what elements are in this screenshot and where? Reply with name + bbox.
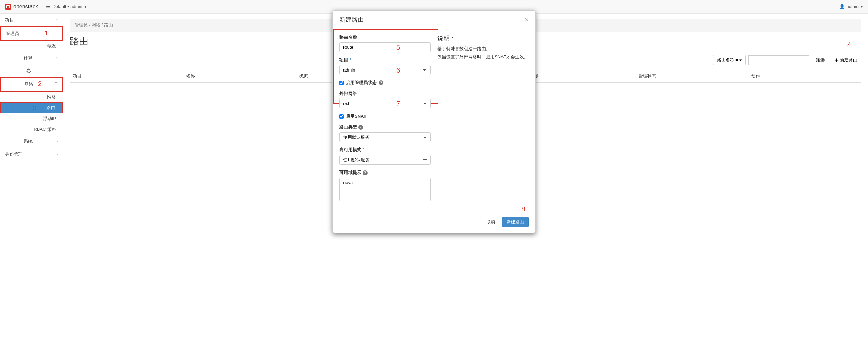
- desc-line: 仅当设置了外部网络时，启用SNAT才会生效。: [437, 54, 529, 60]
- ext-net-label: 外部网络: [339, 90, 431, 97]
- enable-admin-label: 启用管理员状态: [346, 80, 377, 86]
- breadcrumb-item: 路由: [104, 22, 113, 27]
- help-icon[interactable]: ?: [358, 125, 363, 130]
- route-type-label: 路由类型 ?: [339, 124, 431, 130]
- annotation-3: 3: [33, 104, 37, 112]
- route-name-label: 路由名称: [339, 34, 431, 40]
- chevron-right-icon: ›: [56, 152, 58, 157]
- logo[interactable]: openstack.: [5, 4, 39, 10]
- sidebar-item-volume[interactable]: 卷 ›: [0, 64, 63, 77]
- user-icon: 👤: [839, 4, 845, 9]
- table-col: 管理状态: [635, 73, 748, 79]
- sidebar-item-label: 项目: [5, 17, 14, 23]
- sidebar-item-label: 网络: [24, 81, 33, 87]
- chevron-right-icon: ›: [56, 18, 58, 22]
- sidebar-item-system[interactable]: 系统 ›: [0, 135, 63, 148]
- sidebar-item-router[interactable]: 3 路由: [0, 102, 63, 113]
- ha-label: 高可用模式 *: [339, 147, 431, 153]
- sidebar-item-identity[interactable]: 身份管理 ›: [0, 148, 63, 161]
- breadcrumb-item[interactable]: 管理员: [75, 22, 88, 27]
- sidebar-item-network-sub[interactable]: 网络: [0, 92, 63, 102]
- breadcrumb-item[interactable]: 网络: [92, 22, 100, 27]
- sidebar-item-rbac[interactable]: RBAC 策略: [0, 124, 63, 135]
- desc-line: 基于特殊参数创建一路由。: [437, 46, 529, 52]
- modal-form: 路由名称 5 项目 * admin 6 启用管理员状态 ? 外部网络 ext: [339, 34, 431, 206]
- filter-type-label: 路由名称 =: [717, 57, 738, 63]
- az-label: 可用域提示 ?: [339, 169, 431, 176]
- logo-text: openstack.: [13, 4, 39, 10]
- modal-title: 新建路由: [339, 16, 364, 24]
- enable-snat-label: 启用SNAT: [346, 113, 366, 119]
- enable-admin-checkbox[interactable]: [339, 81, 344, 85]
- project-select[interactable]: admin: [339, 65, 431, 75]
- filter-button[interactable]: 筛选: [812, 55, 828, 65]
- caret-down-icon: ▾: [84, 4, 87, 9]
- modal-header: 新建路由 ×: [333, 11, 535, 29]
- chevron-right-icon: ›: [56, 68, 58, 73]
- sidebar: 项目 › 管理员 ˅ 1 概况 计算 › 卷 › 网络 ˅ 2 网络 3 路由: [0, 14, 63, 363]
- sidebar-item-label: 卷: [26, 68, 31, 74]
- modal-description: 说明： 基于特殊参数创建一路由。 仅当设置了外部网络时，启用SNAT才会生效。: [437, 34, 529, 206]
- filter-input[interactable]: [748, 55, 809, 65]
- chevron-down-icon: ˅: [55, 31, 57, 36]
- sidebar-item-label: 浮动IP: [43, 116, 56, 122]
- sidebar-item-label: 管理员: [6, 31, 19, 37]
- sidebar-item-label: 网络: [47, 94, 56, 100]
- az-listbox[interactable]: nova: [339, 178, 431, 201]
- sidebar-item-project[interactable]: 项目 ›: [0, 14, 63, 26]
- create-router-modal: 新建路由 × 路由名称 5 项目 * admin 6 启用管理员状态 ?: [332, 10, 536, 233]
- chevron-down-icon: ˅: [55, 82, 57, 87]
- ha-select[interactable]: 使用默认服务: [339, 155, 431, 165]
- caret-down-icon: ▾: [739, 58, 742, 63]
- enable-snat-checkbox[interactable]: [339, 114, 344, 119]
- desc-title: 说明：: [437, 34, 529, 42]
- az-option[interactable]: nova: [341, 179, 429, 186]
- help-icon[interactable]: ?: [379, 80, 383, 85]
- route-name-input[interactable]: [339, 42, 431, 52]
- user-label: admin: [847, 4, 859, 9]
- sidebar-item-label: 路由: [46, 105, 55, 111]
- create-router-button[interactable]: ✚ 新建路由: [831, 55, 861, 65]
- sidebar-item-floating-ip[interactable]: 浮动IP: [0, 113, 63, 124]
- project-label: Default • admin: [52, 4, 82, 9]
- project-label: 项目 *: [339, 57, 431, 63]
- annotation-2: 2: [38, 80, 42, 88]
- table-col: 名称: [183, 73, 296, 79]
- chevron-right-icon: ›: [56, 56, 58, 60]
- plus-icon: ✚: [835, 58, 839, 63]
- sidebar-item-label: 计算: [24, 55, 33, 61]
- sidebar-item-label: 身份管理: [5, 151, 23, 157]
- filter-type-button[interactable]: 路由名称 = ▾: [713, 55, 746, 65]
- sidebar-item-label: 概况: [47, 43, 56, 49]
- sidebar-item-label: RBAC 策略: [34, 126, 56, 133]
- ext-net-select[interactable]: ext: [339, 99, 431, 108]
- chevron-right-icon: ›: [56, 139, 58, 144]
- table-col: 动作: [748, 73, 861, 79]
- sidebar-item-label: 系统: [24, 138, 33, 144]
- annotation-1: 1: [45, 29, 48, 37]
- route-type-select[interactable]: 使用默认服务: [339, 132, 431, 142]
- sidebar-item-overview[interactable]: 概况: [0, 41, 63, 52]
- sidebar-item-compute[interactable]: 计算 ›: [0, 52, 63, 64]
- help-icon[interactable]: ?: [363, 170, 368, 175]
- submit-button[interactable]: 新建路由: [502, 217, 529, 227]
- cancel-button[interactable]: 取消: [482, 217, 499, 227]
- table-col: 项目: [70, 73, 183, 79]
- caret-down-icon: ▾: [861, 4, 863, 9]
- sidebar-item-network[interactable]: 网络 ˅ 2: [0, 77, 63, 92]
- layers-icon: ☰: [46, 4, 50, 9]
- close-icon[interactable]: ×: [525, 16, 529, 24]
- sidebar-item-admin[interactable]: 管理员 ˅ 1: [0, 26, 63, 41]
- project-selector[interactable]: ☰ Default • admin ▾: [46, 4, 86, 9]
- user-menu[interactable]: 👤 admin ▾: [839, 4, 863, 9]
- create-button-label: 新建路由: [840, 57, 857, 63]
- table-col: 可用域: [522, 73, 635, 79]
- openstack-logo-icon: [5, 4, 11, 10]
